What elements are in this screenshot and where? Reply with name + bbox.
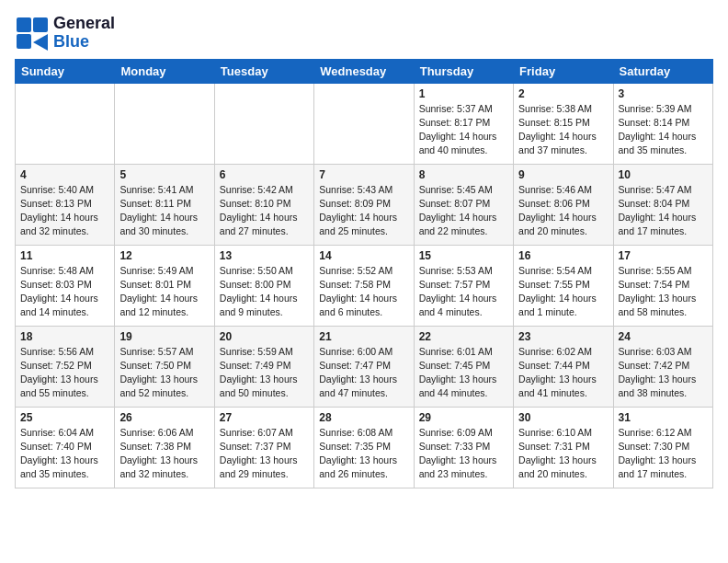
calendar-week-1: 1Sunrise: 5:37 AM Sunset: 8:17 PM Daylig…	[16, 83, 713, 164]
calendar-cell: 22Sunrise: 6:01 AM Sunset: 7:45 PM Dayli…	[414, 326, 513, 407]
calendar-week-5: 25Sunrise: 6:04 AM Sunset: 7:40 PM Dayli…	[16, 407, 713, 488]
calendar-cell: 23Sunrise: 6:02 AM Sunset: 7:44 PM Dayli…	[514, 326, 613, 407]
day-info: Sunrise: 6:04 AM Sunset: 7:40 PM Dayligh…	[20, 426, 109, 482]
day-info: Sunrise: 5:54 AM Sunset: 7:55 PM Dayligh…	[518, 264, 608, 320]
logo-icon	[15, 16, 50, 51]
calendar-cell: 9Sunrise: 5:46 AM Sunset: 8:06 PM Daylig…	[514, 164, 613, 245]
day-info: Sunrise: 5:55 AM Sunset: 7:54 PM Dayligh…	[619, 264, 708, 320]
day-info: Sunrise: 6:00 AM Sunset: 7:47 PM Dayligh…	[319, 345, 408, 401]
day-number: 7	[319, 168, 408, 181]
calendar-body: 1Sunrise: 5:37 AM Sunset: 8:17 PM Daylig…	[16, 83, 713, 488]
day-info: Sunrise: 5:43 AM Sunset: 8:09 PM Dayligh…	[319, 183, 408, 239]
day-info: Sunrise: 5:59 AM Sunset: 7:49 PM Dayligh…	[220, 345, 309, 401]
day-number: 14	[319, 249, 408, 262]
calendar-cell: 19Sunrise: 5:57 AM Sunset: 7:50 PM Dayli…	[115, 326, 214, 407]
calendar-cell: 3Sunrise: 5:39 AM Sunset: 8:14 PM Daylig…	[613, 83, 712, 164]
calendar-cell: 21Sunrise: 6:00 AM Sunset: 7:47 PM Dayli…	[314, 326, 414, 407]
day-number: 4	[20, 168, 109, 181]
calendar-week-2: 4Sunrise: 5:40 AM Sunset: 8:13 PM Daylig…	[16, 164, 713, 245]
day-number: 6	[220, 168, 309, 181]
day-info: Sunrise: 6:01 AM Sunset: 7:45 PM Dayligh…	[419, 345, 508, 401]
calendar-cell: 10Sunrise: 5:47 AM Sunset: 8:04 PM Dayli…	[613, 164, 712, 245]
calendar-cell: 15Sunrise: 5:53 AM Sunset: 7:57 PM Dayli…	[414, 245, 513, 326]
day-info: Sunrise: 5:56 AM Sunset: 7:52 PM Dayligh…	[20, 345, 109, 401]
calendar-cell: 27Sunrise: 6:07 AM Sunset: 7:37 PM Dayli…	[214, 407, 313, 488]
svg-rect-2	[17, 34, 31, 49]
day-number: 22	[419, 330, 508, 343]
day-info: Sunrise: 5:57 AM Sunset: 7:50 PM Dayligh…	[119, 345, 209, 401]
calendar-cell: 12Sunrise: 5:49 AM Sunset: 8:01 PM Dayli…	[115, 245, 214, 326]
svg-marker-3	[33, 34, 48, 51]
day-number: 11	[20, 249, 109, 262]
day-number: 13	[220, 249, 309, 262]
header-monday: Monday	[115, 59, 214, 83]
day-info: Sunrise: 5:39 AM Sunset: 8:14 PM Dayligh…	[619, 102, 708, 158]
calendar-cell	[16, 83, 115, 164]
calendar-cell: 4Sunrise: 5:40 AM Sunset: 8:13 PM Daylig…	[16, 164, 115, 245]
calendar-cell: 8Sunrise: 5:45 AM Sunset: 8:07 PM Daylig…	[414, 164, 513, 245]
day-number: 1	[419, 87, 508, 100]
header-friday: Friday	[514, 59, 613, 83]
calendar-cell	[314, 83, 414, 164]
svg-rect-0	[17, 17, 31, 32]
day-number: 27	[220, 411, 309, 424]
day-number: 21	[319, 330, 408, 343]
calendar-cell: 31Sunrise: 6:12 AM Sunset: 7:30 PM Dayli…	[613, 407, 712, 488]
day-info: Sunrise: 6:03 AM Sunset: 7:42 PM Dayligh…	[619, 345, 708, 401]
day-info: Sunrise: 6:08 AM Sunset: 7:35 PM Dayligh…	[319, 426, 408, 482]
calendar-week-4: 18Sunrise: 5:56 AM Sunset: 7:52 PM Dayli…	[16, 326, 713, 407]
day-number: 10	[619, 168, 708, 181]
day-number: 20	[220, 330, 309, 343]
day-number: 2	[518, 87, 608, 100]
day-info: Sunrise: 6:10 AM Sunset: 7:31 PM Dayligh…	[518, 426, 608, 482]
calendar-cell: 30Sunrise: 6:10 AM Sunset: 7:31 PM Dayli…	[514, 407, 613, 488]
day-number: 23	[518, 330, 608, 343]
logo: General Blue	[15, 15, 115, 52]
header-wednesday: Wednesday	[314, 59, 414, 83]
day-info: Sunrise: 5:50 AM Sunset: 8:00 PM Dayligh…	[220, 264, 309, 320]
calendar-cell: 18Sunrise: 5:56 AM Sunset: 7:52 PM Dayli…	[16, 326, 115, 407]
calendar-cell: 2Sunrise: 5:38 AM Sunset: 8:15 PM Daylig…	[514, 83, 613, 164]
calendar-cell: 7Sunrise: 5:43 AM Sunset: 8:09 PM Daylig…	[314, 164, 414, 245]
day-number: 12	[119, 249, 209, 262]
header-sunday: Sunday	[16, 59, 115, 83]
day-number: 3	[619, 87, 708, 100]
day-number: 16	[518, 249, 608, 262]
day-info: Sunrise: 6:09 AM Sunset: 7:33 PM Dayligh…	[419, 426, 508, 482]
day-info: Sunrise: 5:38 AM Sunset: 8:15 PM Dayligh…	[518, 102, 608, 158]
day-number: 24	[619, 330, 708, 343]
calendar-cell: 20Sunrise: 5:59 AM Sunset: 7:49 PM Dayli…	[214, 326, 313, 407]
day-number: 31	[619, 411, 708, 424]
day-number: 18	[20, 330, 109, 343]
day-info: Sunrise: 5:47 AM Sunset: 8:04 PM Dayligh…	[619, 183, 708, 239]
day-info: Sunrise: 5:45 AM Sunset: 8:07 PM Dayligh…	[419, 183, 508, 239]
day-info: Sunrise: 6:06 AM Sunset: 7:38 PM Dayligh…	[119, 426, 209, 482]
day-number: 26	[119, 411, 209, 424]
calendar-cell: 6Sunrise: 5:42 AM Sunset: 8:10 PM Daylig…	[214, 164, 313, 245]
day-number: 30	[518, 411, 608, 424]
day-number: 25	[20, 411, 109, 424]
calendar-cell: 14Sunrise: 5:52 AM Sunset: 7:58 PM Dayli…	[314, 245, 414, 326]
day-info: Sunrise: 6:02 AM Sunset: 7:44 PM Dayligh…	[518, 345, 608, 401]
day-info: Sunrise: 5:42 AM Sunset: 8:10 PM Dayligh…	[220, 183, 309, 239]
calendar-header-row: SundayMondayTuesdayWednesdayThursdayFrid…	[16, 59, 713, 83]
logo-blue-text: Blue	[53, 33, 115, 52]
calendar-week-3: 11Sunrise: 5:48 AM Sunset: 8:03 PM Dayli…	[16, 245, 713, 326]
day-number: 17	[619, 249, 708, 262]
calendar-cell: 24Sunrise: 6:03 AM Sunset: 7:42 PM Dayli…	[613, 326, 712, 407]
day-number: 5	[119, 168, 209, 181]
day-number: 28	[319, 411, 408, 424]
day-info: Sunrise: 5:40 AM Sunset: 8:13 PM Dayligh…	[20, 183, 109, 239]
calendar-cell: 17Sunrise: 5:55 AM Sunset: 7:54 PM Dayli…	[613, 245, 712, 326]
calendar-cell: 28Sunrise: 6:08 AM Sunset: 7:35 PM Dayli…	[314, 407, 414, 488]
day-number: 29	[419, 411, 508, 424]
calendar-cell: 25Sunrise: 6:04 AM Sunset: 7:40 PM Dayli…	[16, 407, 115, 488]
calendar-cell	[214, 83, 313, 164]
day-number: 9	[518, 168, 608, 181]
day-info: Sunrise: 5:41 AM Sunset: 8:11 PM Dayligh…	[119, 183, 209, 239]
day-info: Sunrise: 6:12 AM Sunset: 7:30 PM Dayligh…	[619, 426, 708, 482]
day-number: 8	[419, 168, 508, 181]
calendar-cell: 5Sunrise: 5:41 AM Sunset: 8:11 PM Daylig…	[115, 164, 214, 245]
calendar-table: SundayMondayTuesdayWednesdayThursdayFrid…	[15, 59, 713, 488]
calendar-cell	[115, 83, 214, 164]
